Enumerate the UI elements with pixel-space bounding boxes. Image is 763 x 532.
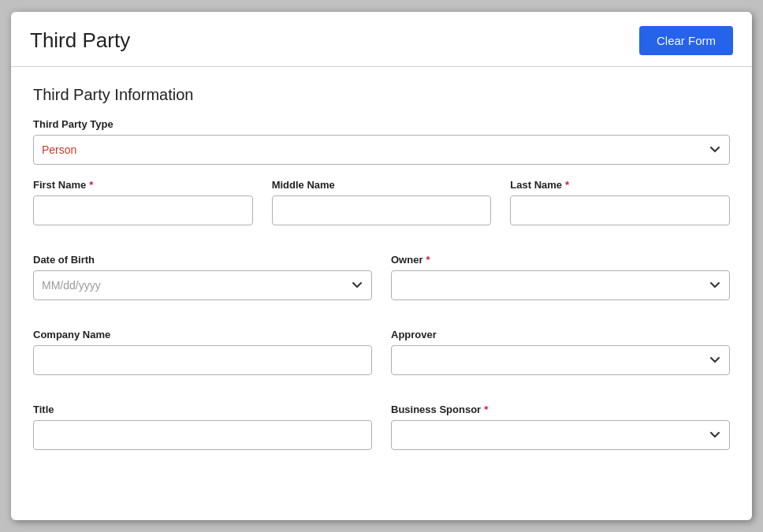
- last-name-label: Last Name *: [510, 179, 730, 191]
- date-of-birth-select[interactable]: MM/dd/yyyy: [33, 270, 372, 300]
- first-name-label: First Name *: [33, 179, 253, 191]
- owner-required: *: [426, 254, 430, 266]
- company-name-input[interactable]: [33, 345, 372, 375]
- approver-label: Approver: [391, 329, 730, 340]
- dob-owner-row: Date of Birth MM/dd/yyyy Owner *: [33, 254, 730, 314]
- business-sponsor-required: *: [484, 404, 488, 415]
- title-field: Title: [33, 404, 372, 450]
- date-of-birth-label: Date of Birth: [33, 254, 372, 266]
- company-name-field: Company Name: [33, 329, 372, 375]
- third-party-type-select[interactable]: Person Organization Company: [33, 135, 730, 165]
- title-sponsor-row: Title Business Sponsor *: [33, 404, 730, 464]
- date-of-birth-field: Date of Birth MM/dd/yyyy: [33, 254, 372, 300]
- last-name-input[interactable]: [510, 195, 730, 225]
- third-party-type-field: Third Party Type Person Organization Com…: [33, 118, 730, 165]
- business-sponsor-field: Business Sponsor *: [391, 404, 730, 450]
- company-approver-row: Company Name Approver: [33, 329, 730, 389]
- owner-label: Owner *: [391, 254, 730, 266]
- first-name-field: First Name *: [33, 179, 253, 225]
- title-input[interactable]: [33, 420, 372, 450]
- clear-form-button[interactable]: Clear Form: [639, 26, 733, 55]
- main-window: Third Party Clear Form Third Party Infor…: [11, 12, 752, 520]
- middle-name-input[interactable]: [272, 195, 492, 225]
- owner-select[interactable]: [391, 270, 730, 300]
- business-sponsor-label: Business Sponsor *: [391, 404, 730, 415]
- form-content: Third Party Information Third Party Type…: [11, 67, 752, 497]
- company-name-label: Company Name: [33, 329, 372, 340]
- first-name-input[interactable]: [33, 195, 253, 225]
- middle-name-label: Middle Name: [272, 179, 492, 191]
- middle-name-field: Middle Name: [272, 179, 492, 225]
- page-title: Third Party: [30, 28, 130, 53]
- approver-field: Approver: [391, 329, 730, 375]
- third-party-type-label: Third Party Type: [33, 118, 730, 130]
- section-title: Third Party Information: [33, 86, 730, 104]
- owner-field: Owner *: [391, 254, 730, 300]
- header: Third Party Clear Form: [11, 12, 752, 67]
- name-row: First Name * Middle Name Last Name *: [33, 179, 730, 240]
- last-name-required: *: [565, 179, 569, 191]
- last-name-field: Last Name *: [510, 179, 730, 225]
- title-label: Title: [33, 404, 372, 415]
- first-name-required: *: [89, 179, 93, 191]
- business-sponsor-select[interactable]: [391, 420, 730, 450]
- approver-select[interactable]: [391, 345, 730, 375]
